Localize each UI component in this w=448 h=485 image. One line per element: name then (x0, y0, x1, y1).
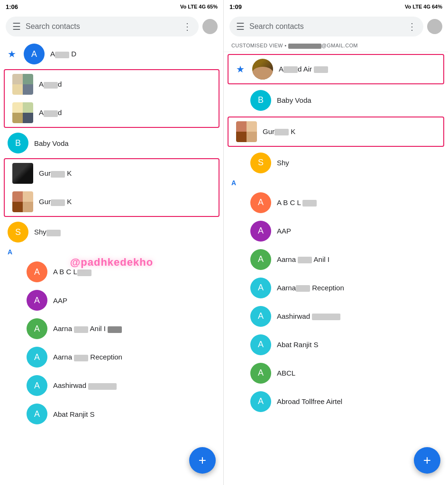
left-menu-icon[interactable]: ☰ (12, 21, 21, 32)
contact-name-ad1: Ad (39, 80, 211, 88)
contact-row-baby-voda[interactable]: B Baby Voda (0, 129, 223, 157)
contact-row-gur1[interactable]: Gur K (5, 159, 219, 188)
contact-row-abcl2-r[interactable]: A ABCL (224, 359, 448, 387)
highlight-box-gur-r: Gur K (228, 117, 444, 147)
right-search-placeholder[interactable]: Search contacts (249, 22, 402, 31)
contact-row-aarna-rec-r[interactable]: A Aarna Reception (224, 274, 448, 302)
avatar-aarna-rec: A (27, 347, 47, 368)
right-menu-icon[interactable]: ☰ (236, 21, 245, 32)
avatar-abcl2-r: A (250, 363, 271, 384)
contact-name-abcl-r: A B C L (277, 198, 440, 207)
contact-name-shy: Shy (34, 228, 216, 236)
contact-name-gur-r: Gur K (263, 127, 436, 135)
mosaic-avatar-2 (12, 102, 33, 123)
star-icon-air: ★ (236, 63, 245, 75)
contact-row-a-header[interactable]: ★ A A D (0, 40, 223, 68)
avatar-a: A (24, 44, 45, 64)
right-fab-button[interactable]: + (414, 447, 440, 474)
avatar-abcl: A (27, 261, 47, 282)
contact-name-bv-r: Baby Voda (277, 96, 440, 104)
left-contacts-wrapper: ★ A A D Ad (0, 40, 223, 485)
avatar-shy: S (8, 222, 28, 242)
left-profile-avatar[interactable] (202, 19, 218, 34)
contact-name-shy-r: Shy (277, 159, 440, 167)
contact-row-aap-r[interactable]: A AAP (224, 217, 448, 245)
left-phone-panel: 1:06 Vo LTE 4G 65% ☰ Search contacts ⋮ ★… (0, 0, 224, 485)
highlight-box-air: ★ Ad Air (228, 54, 444, 84)
right-dots-icon[interactable]: ⋮ (407, 21, 417, 32)
right-status-icons: Vo LTE 4G 64% (405, 4, 442, 9)
contact-name-abat-r: Abat Ranjit S (277, 341, 440, 349)
avatar-gur-r (236, 121, 257, 142)
avatar-aarna-anil: A (27, 318, 47, 339)
contact-row-abroad-r[interactable]: A Abroad Tollfree Airtel (224, 387, 448, 416)
contact-row-gur-r[interactable]: Gur K (229, 117, 443, 146)
contact-row-ad1[interactable]: Ad (5, 70, 219, 99)
contact-row-aarna-rec[interactable]: A Aarna Reception (0, 343, 223, 371)
contact-row-aashirwad[interactable]: A Aashirwad (0, 371, 223, 400)
contact-name-aashirwad-r: Aashirwad (277, 312, 440, 320)
left-dots-icon[interactable]: ⋮ (183, 21, 192, 32)
left-contact-list: ★ A A D Ad (0, 40, 223, 485)
contact-name-aap-r: AAP (277, 227, 440, 235)
customised-view-banner: CUSTOMISED VIEW • @GMAIL.COM (224, 40, 448, 52)
contact-name-air: Ad Air (279, 65, 436, 73)
avatar-abat: A (27, 404, 47, 424)
left-battery: 65% (207, 4, 218, 9)
contact-name-a: A D (50, 50, 216, 58)
left-network: Vo LTE 4G (180, 4, 206, 9)
right-network: Vo LTE 4G (405, 4, 430, 9)
right-search-bar: ☰ Search contacts ⋮ (224, 13, 448, 40)
contact-row-abcl[interactable]: A A B C L (0, 258, 223, 286)
left-status-icons: Vo LTE 4G 65% (180, 4, 218, 9)
star-icon-a: ★ (8, 48, 16, 60)
contact-name-baby-voda: Baby Voda (34, 139, 216, 147)
avatar-gur1 (12, 163, 33, 184)
avatar-aashirwad: A (27, 375, 47, 396)
section-a-right: A (224, 177, 448, 189)
contact-row-gur2[interactable]: Gur K (5, 188, 219, 216)
contact-name-aap: AAP (53, 296, 216, 305)
right-profile-avatar[interactable] (427, 19, 442, 34)
left-search-container[interactable]: ☰ Search contacts ⋮ (6, 17, 199, 36)
right-battery: 64% (432, 4, 442, 9)
contact-row-shy-r[interactable]: S Shy (224, 149, 448, 177)
contact-row-aarna-anil-r[interactable]: A Aarna Anil I (224, 245, 448, 274)
avatar-baby-voda: B (8, 133, 28, 153)
left-time: 1:06 (6, 3, 18, 10)
contact-row-aap[interactable]: A AAP (0, 286, 223, 314)
right-contact-list: ★ Ad Air B Baby Voda (224, 52, 448, 485)
left-status-bar: 1:06 Vo LTE 4G 65% (0, 0, 223, 13)
contact-name-gur2: Gur K (39, 198, 211, 206)
avatar-shy-r: S (250, 153, 271, 173)
contact-name-abcl2-r: ABCL (277, 369, 440, 377)
section-a-left: A (0, 246, 223, 258)
left-fab-button[interactable]: + (189, 447, 216, 474)
contact-row-aashirwad-r[interactable]: A Aashirwad (224, 302, 448, 331)
right-phone-panel: 1:09 Vo LTE 4G 64% ☰ Search contacts ⋮ C… (224, 0, 448, 485)
section-letter-a-left: A (8, 248, 21, 256)
contact-row-shy[interactable]: S Shy (0, 218, 223, 246)
avatar-aarna-anil-r: A (250, 249, 271, 270)
highlight-box-1: Ad Ad (4, 69, 219, 128)
contact-name-aarna-anil-r: Aarna Anil I (277, 255, 440, 263)
avatar-abat-r: A (250, 334, 271, 355)
contact-row-abcl-r[interactable]: A A B C L (224, 189, 448, 217)
contact-name-abroad-r: Abroad Tollfree Airtel (277, 397, 440, 405)
contact-row-abat[interactable]: A Abat Ranjit S (0, 400, 223, 428)
contact-row-aarna-anil[interactable]: A Aarna Anil I (0, 314, 223, 343)
contact-row-abat-r[interactable]: A Abat Ranjit S (224, 331, 448, 359)
contact-name-abcl: A B C L (53, 268, 216, 276)
contact-name-aarna-anil: Aarna Anil I (53, 324, 216, 332)
left-search-placeholder[interactable]: Search contacts (26, 22, 178, 31)
contact-name-ad2: Ad (39, 108, 211, 117)
contact-row-air[interactable]: ★ Ad Air (229, 55, 443, 83)
contact-row-ad2[interactable]: Ad (5, 99, 219, 127)
right-search-container[interactable]: ☰ Search contacts ⋮ (229, 17, 423, 36)
contact-row-baby-voda-r[interactable]: B Baby Voda (224, 86, 448, 115)
mosaic-avatar-1 (12, 74, 33, 95)
avatar-bv-r: B (250, 90, 271, 111)
right-contacts-wrapper: ★ Ad Air B Baby Voda (224, 52, 448, 485)
avatar-gur2 (12, 191, 33, 212)
right-time: 1:09 (229, 3, 242, 10)
